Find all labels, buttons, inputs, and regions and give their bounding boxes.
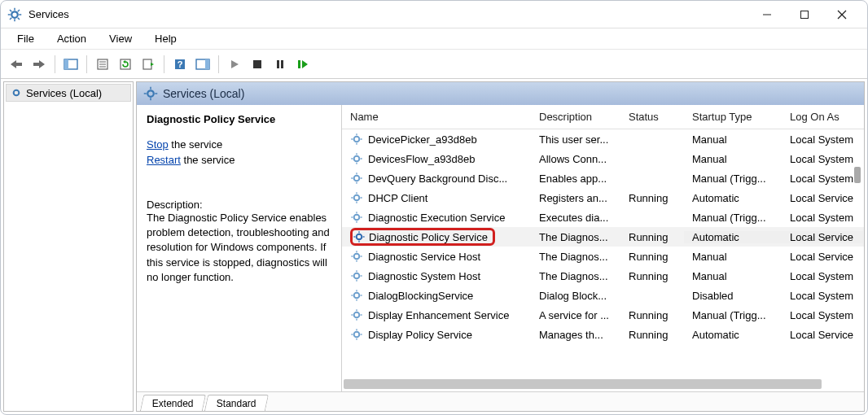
table-row[interactable]: Diagnostic Service HostThe Diagnos...Run… <box>342 247 864 266</box>
service-startup-cell: Automatic <box>684 329 782 341</box>
svg-rect-30 <box>205 59 209 69</box>
svg-rect-14 <box>15 63 22 66</box>
service-logon-cell: Local System <box>782 309 863 321</box>
table-row[interactable]: DevicesFlow_a93d8ebAllows Conn...ManualL… <box>342 149 864 168</box>
horizontal-scrollbar-thumb[interactable] <box>344 379 822 389</box>
properties-button[interactable] <box>92 54 113 75</box>
toolbar: ? <box>1 50 867 79</box>
tab-standard-label: Standard <box>217 398 256 409</box>
service-logon-cell: Local System <box>782 173 863 185</box>
restart-link[interactable]: Restart <box>147 154 181 166</box>
services-app-icon <box>7 7 22 22</box>
service-description-cell: Enables app... <box>531 173 620 185</box>
service-status-cell: Running <box>620 192 684 204</box>
horizontal-scrollbar[interactable] <box>342 378 854 390</box>
col-log-on-as[interactable]: Log On As <box>782 111 863 123</box>
gear-icon <box>350 289 363 302</box>
restart-suffix: the service <box>181 154 235 166</box>
service-name-cell: Diagnostic Execution Service <box>342 211 531 224</box>
stop-link[interactable]: Stop <box>147 138 169 151</box>
svg-rect-33 <box>277 60 279 68</box>
service-name-cell: Diagnostic Service Host <box>342 250 531 263</box>
table-row[interactable]: Diagnostic Execution ServiceExecutes dia… <box>342 208 864 227</box>
maximize-button[interactable] <box>786 2 823 27</box>
table-row[interactable]: DialogBlockingServiceDialog Block...Disa… <box>342 286 864 305</box>
col-description[interactable]: Description <box>531 111 620 123</box>
svg-rect-32 <box>253 60 261 68</box>
export-list-button[interactable] <box>138 54 159 75</box>
back-button[interactable] <box>6 54 27 75</box>
tab-extended[interactable]: Extended <box>140 395 206 411</box>
service-description-cell: A service for ... <box>531 309 620 321</box>
description-body: The Diagnostic Policy Service enables pr… <box>147 211 331 285</box>
console-tree[interactable]: Services (Local) <box>3 81 134 412</box>
service-description-cell: Manages th... <box>531 329 620 341</box>
svg-rect-16 <box>33 63 40 66</box>
column-headers: Name Description Status Startup Type Log… <box>342 105 864 129</box>
menu-view[interactable]: View <box>98 30 143 47</box>
restart-service-button[interactable] <box>292 54 313 75</box>
svg-point-37 <box>14 90 20 96</box>
table-row[interactable]: Diagnostic System HostThe Diagnos...Runn… <box>342 266 864 286</box>
table-row[interactable]: Diagnostic Policy ServiceThe Diagnos...R… <box>342 227 864 247</box>
table-row[interactable]: Display Enhancement ServiceA service for… <box>342 305 864 325</box>
window-title: Services <box>28 8 69 20</box>
gear-icon <box>350 152 363 165</box>
help-button[interactable]: ? <box>169 54 191 75</box>
close-button[interactable] <box>823 2 861 27</box>
table-row[interactable]: Display Policy ServiceManages th...Runni… <box>342 325 864 344</box>
table-row[interactable]: DevQuery Background Disc...Enables app..… <box>342 168 864 188</box>
minimize-button[interactable] <box>748 2 786 27</box>
svg-point-88 <box>354 312 360 318</box>
tree-node-label: Services (Local) <box>26 87 102 99</box>
gear-icon <box>350 269 363 282</box>
gear-icon <box>350 133 363 146</box>
service-name-cell: Diagnostic System Host <box>342 269 531 282</box>
service-status-cell: Running <box>620 270 684 282</box>
service-logon-cell: Local Service <box>782 329 863 341</box>
refresh-button[interactable] <box>115 54 136 75</box>
service-name-cell: Display Enhancement Service <box>342 308 531 321</box>
vertical-scrollbar[interactable] <box>854 129 862 374</box>
stop-service-button[interactable] <box>247 54 268 75</box>
col-name[interactable]: Name <box>342 111 531 123</box>
forward-button[interactable] <box>28 54 50 75</box>
service-logon-cell: Local System <box>782 270 863 282</box>
menu-help[interactable]: Help <box>143 30 188 47</box>
service-description-cell: Allows Conn... <box>531 153 620 165</box>
description-label: Description: <box>147 199 331 211</box>
service-description-cell: Dialog Block... <box>531 290 620 302</box>
service-startup-cell: Manual <box>684 133 782 146</box>
pause-service-button[interactable] <box>270 54 291 75</box>
gear-icon <box>143 86 158 101</box>
start-service-button[interactable] <box>224 54 245 75</box>
col-startup-type[interactable]: Startup Type <box>684 111 782 123</box>
tree-node-services-local[interactable]: Services (Local) <box>6 84 131 102</box>
table-row[interactable]: DHCP ClientRegisters an...RunningAutomat… <box>342 188 864 208</box>
svg-point-48 <box>354 156 360 162</box>
svg-rect-18 <box>64 59 68 69</box>
service-startup-cell: Manual (Trigg... <box>684 309 782 321</box>
right-header-label: Services (Local) <box>163 87 244 100</box>
vertical-scrollbar-thumb[interactable] <box>854 167 861 183</box>
gear-icon <box>353 230 366 243</box>
svg-point-78 <box>354 273 360 279</box>
col-status[interactable]: Status <box>620 111 684 123</box>
show-hide-action-pane-button[interactable] <box>192 54 213 75</box>
service-status-cell: Running <box>620 231 684 243</box>
gear-icon <box>350 328 363 341</box>
show-hide-console-tree-button[interactable] <box>60 54 81 75</box>
menu-action[interactable]: Action <box>46 30 98 47</box>
titlebar: Services <box>1 1 867 28</box>
table-row[interactable]: DevicePicker_a93d8ebThis user ser...Manu… <box>342 129 864 149</box>
service-name-cell: Diagnostic Policy Service <box>342 228 531 246</box>
tab-standard[interactable]: Standard <box>204 395 269 411</box>
svg-point-68 <box>357 234 362 240</box>
service-list: Name Description Status Startup Type Log… <box>342 105 864 391</box>
service-startup-cell: Automatic <box>684 231 782 243</box>
svg-marker-15 <box>39 60 45 68</box>
svg-marker-31 <box>231 60 239 68</box>
gear-icon <box>350 308 363 321</box>
service-logon-cell: Local System <box>782 153 863 165</box>
menu-file[interactable]: File <box>6 30 46 47</box>
